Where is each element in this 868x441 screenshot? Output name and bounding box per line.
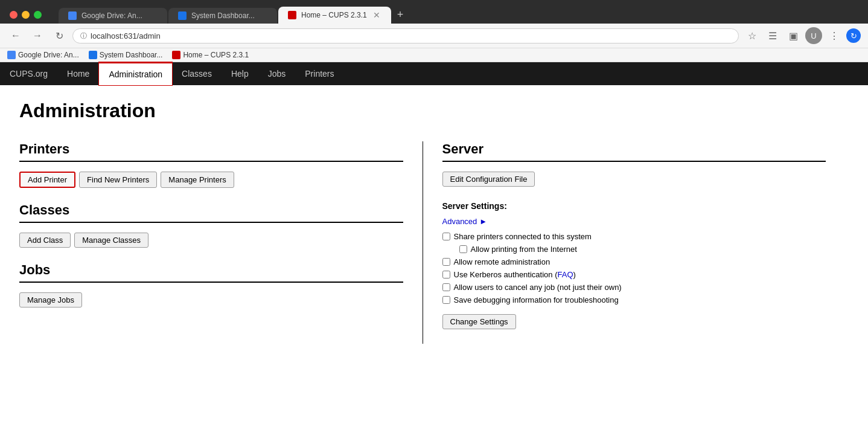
menu-icon[interactable]: ⋮ — [826, 27, 843, 44]
checkbox-group: Share printers connected to this system … — [442, 232, 826, 304]
server-btn-group: Edit Configuration File — [442, 172, 826, 187]
page-content: Administration Printers Add Printer Find… — [0, 85, 845, 358]
manage-jobs-button[interactable]: Manage Jobs — [19, 292, 82, 307]
printers-section: Printers Add Printer Find New Printers M… — [19, 141, 403, 188]
classes-section: Classes Add Class Manage Classes — [19, 202, 403, 248]
checkbox-debug-info: Save debugging information for troublesh… — [442, 295, 826, 304]
checkbox-share-printers: Share printers connected to this system — [442, 232, 826, 241]
checkbox-cancel-any: Allow users to cancel any job (not just … — [442, 283, 826, 292]
kerberos-faq-link[interactable]: FAQ — [557, 270, 573, 279]
star-icon[interactable]: ☆ — [744, 27, 761, 44]
tab-cups-close-button[interactable]: ✕ — [372, 10, 381, 20]
cups-nav: CUPS.org Home Administration Classes Hel… — [0, 62, 868, 85]
nav-home[interactable]: Home — [57, 63, 99, 85]
checkbox-allow-internet: Allow printing from the Internet — [459, 245, 826, 254]
find-new-printers-button[interactable]: Find New Printers — [79, 172, 157, 188]
kerberos-label-after: ) — [573, 270, 576, 279]
nav-printers[interactable]: Printers — [295, 63, 343, 85]
maximize-window-button[interactable] — [34, 11, 42, 19]
server-settings-label: Server Settings: — [442, 201, 826, 211]
bookmark-googledrive-label: Google Drive: An... — [18, 51, 79, 59]
change-settings-button[interactable]: Change Settings — [442, 314, 516, 329]
advanced-arrow-icon: ► — [479, 217, 487, 226]
remote-admin-checkbox[interactable] — [442, 258, 450, 266]
address-text: localhost:631/admin — [91, 31, 161, 40]
nav-administration[interactable]: Administration — [99, 62, 172, 85]
printers-section-title: Printers — [19, 141, 403, 162]
bookmark-systemdash-label: System Dashboar... — [100, 51, 163, 59]
extensions-icon[interactable]: ▣ — [785, 27, 802, 44]
debug-info-checkbox[interactable] — [442, 296, 450, 304]
close-window-button[interactable] — [10, 11, 18, 19]
bookmark-systemdash-icon — [89, 51, 97, 59]
cancel-any-checkbox[interactable] — [442, 283, 450, 291]
left-panel: Printers Add Printer Find New Printers M… — [19, 141, 423, 344]
minimize-window-button[interactable] — [22, 11, 30, 19]
tab-googledrive[interactable]: Google Drive: An... — [59, 8, 167, 24]
manage-printers-button[interactable]: Manage Printers — [161, 172, 234, 188]
jobs-section: Jobs Manage Jobs — [19, 262, 403, 307]
reload-button[interactable]: ↻ — [51, 27, 68, 44]
bookmark-googledrive-icon — [7, 51, 16, 59]
classes-section-title: Classes — [19, 202, 403, 223]
bookmark-googledrive[interactable]: Google Drive: An... — [7, 51, 79, 59]
share-printers-label: Share printers connected to this system — [454, 232, 592, 241]
kerberos-label-text: Use Kerberos authentication ( — [454, 270, 558, 279]
advanced-link-text: Advanced — [442, 217, 477, 226]
allow-internet-checkbox[interactable] — [459, 245, 467, 253]
sync-icon[interactable]: ↻ — [846, 28, 861, 43]
address-bar-row: ← → ↻ ⓘ localhost:631/admin ☆ ☰ ▣ U ⋮ ↻ — [0, 24, 868, 48]
right-panel: Server Edit Configuration File Server Se… — [423, 141, 826, 344]
bookmark-cups-label: Home – CUPS 2.3.1 — [183, 51, 249, 59]
manage-classes-button[interactable]: Manage Classes — [74, 233, 148, 248]
cups-nav-wrapper: CUPS.org Home Administration Classes Hel… — [0, 62, 868, 85]
bookmark-systemdash[interactable]: System Dashboar... — [89, 51, 163, 59]
kerberos-checkbox[interactable] — [442, 271, 450, 278]
kerberos-label: Use Kerberos authentication (FAQ) — [454, 270, 576, 279]
change-settings-btn-group: Change Settings — [442, 314, 826, 329]
jobs-btn-group: Manage Jobs — [19, 292, 403, 307]
tab-systemdash[interactable]: System Dashboar... — [168, 8, 277, 24]
nav-classes[interactable]: Classes — [172, 63, 222, 85]
address-bar[interactable]: ⓘ localhost:631/admin — [72, 28, 739, 43]
jobs-section-title: Jobs — [19, 262, 403, 283]
lock-icon: ⓘ — [80, 31, 87, 40]
tab-cups-label: Home – CUPS 2.3.1 — [301, 11, 367, 19]
forward-button[interactable]: → — [29, 27, 46, 44]
main-layout: Printers Add Printer Find New Printers M… — [19, 141, 826, 344]
page-title: Administration — [19, 100, 826, 122]
printers-btn-group: Add Printer Find New Printers Manage Pri… — [19, 172, 403, 188]
nav-cups-org[interactable]: CUPS.org — [0, 63, 57, 85]
tab-systemdash-label: System Dashboar... — [191, 11, 267, 20]
edit-config-button[interactable]: Edit Configuration File — [442, 172, 535, 187]
checkbox-remote-admin: Allow remote administration — [442, 257, 826, 266]
checkbox-kerberos: Use Kerberos authentication (FAQ) — [442, 270, 826, 279]
allow-internet-label: Allow printing from the Internet — [471, 245, 577, 254]
share-printers-checkbox[interactable] — [442, 233, 450, 240]
bookmark-cups[interactable]: Home – CUPS 2.3.1 — [172, 51, 249, 59]
classes-btn-group: Add Class Manage Classes — [19, 233, 403, 248]
cancel-any-label: Allow users to cancel any job (not just … — [454, 283, 622, 292]
add-printer-button[interactable]: Add Printer — [19, 172, 75, 188]
tab-googledrive-label: Google Drive: An... — [81, 11, 158, 20]
new-tab-button[interactable]: + — [392, 6, 409, 24]
back-button[interactable]: ← — [7, 27, 24, 44]
toolbar-right: ☆ ☰ ▣ U ⋮ ↻ — [744, 27, 861, 44]
tab-cups[interactable]: Home – CUPS 2.3.1 ✕ — [278, 7, 391, 24]
remote-admin-label: Allow remote administration — [454, 257, 550, 266]
tab-googledrive-icon — [68, 11, 77, 20]
nav-help[interactable]: Help — [222, 63, 258, 85]
add-class-button[interactable]: Add Class — [19, 233, 71, 248]
bookmark-icon[interactable]: ☰ — [764, 27, 781, 44]
debug-info-label: Save debugging information for troublesh… — [454, 295, 619, 304]
bookmark-cups-icon — [172, 51, 180, 59]
browser-chrome: Google Drive: An... System Dashboar... H… — [0, 0, 868, 62]
nav-jobs[interactable]: Jobs — [258, 63, 296, 85]
tab-systemdash-icon — [178, 11, 187, 20]
tab-cups-icon — [288, 11, 296, 19]
advanced-link[interactable]: Advanced ► — [442, 217, 826, 226]
bookmarks-bar: Google Drive: An... System Dashboar... H… — [0, 48, 868, 62]
profile-icon[interactable]: U — [805, 27, 822, 44]
server-section-title: Server — [442, 141, 826, 162]
